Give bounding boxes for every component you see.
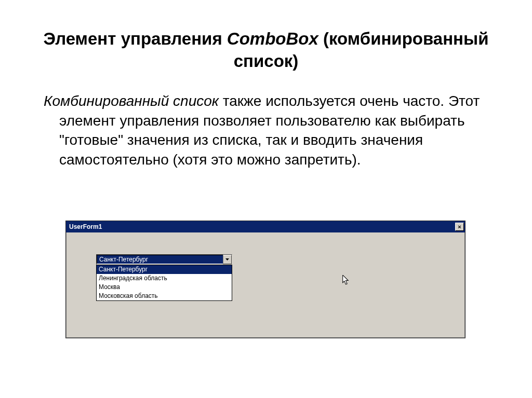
slide-title: Элемент управления ComboBox (комбинирова… <box>26 28 506 73</box>
title-italic: ComboBox <box>227 29 318 48</box>
combobox-dropdown[interactable]: Санкт-Петербург Ленинградская область Мо… <box>96 265 232 301</box>
titlebar[interactable]: UserForm1 × <box>66 221 465 232</box>
combobox-option[interactable]: Московская область <box>97 292 232 300</box>
combobox[interactable]: Санкт-Петербург <box>96 254 232 265</box>
body-italic: Комбинированный список <box>44 93 219 109</box>
combobox-option[interactable]: Ленинградская область <box>97 274 232 283</box>
title-text-1: Элемент управления <box>44 29 227 48</box>
combobox-option[interactable]: Санкт-Петербург <box>97 265 232 274</box>
combobox-dropdown-button[interactable] <box>223 255 232 264</box>
svg-marker-1 <box>343 275 349 284</box>
userform-window: UserForm1 × Санкт-Петербург Санкт-Петерб… <box>65 221 466 338</box>
slide-body: Комбинированный список также используетс… <box>26 91 506 170</box>
combobox-option[interactable]: Москва <box>97 283 232 292</box>
chevron-down-icon <box>225 258 229 260</box>
window-title: UserForm1 <box>69 223 102 230</box>
combobox-text[interactable]: Санкт-Петербург <box>97 255 223 264</box>
window-client-area: Санкт-Петербург Санкт-Петербург Ленингра… <box>66 232 465 338</box>
close-button[interactable]: × <box>455 223 464 231</box>
svg-marker-0 <box>225 258 229 260</box>
close-icon: × <box>458 224 461 230</box>
cursor-icon <box>342 275 350 285</box>
slide: Элемент управления ComboBox (комбинирова… <box>0 0 532 398</box>
